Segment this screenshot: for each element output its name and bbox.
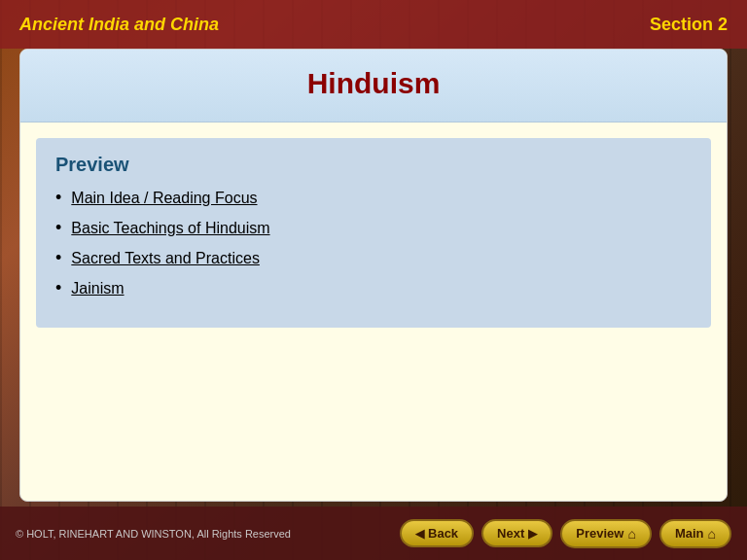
header-title: Ancient India and China <box>19 15 219 35</box>
list-item: Main Idea / Reading Focus <box>55 188 692 208</box>
next-label: Next <box>497 526 524 541</box>
back-label: Back <box>428 526 458 541</box>
preview-list: Main Idea / Reading Focus Basic Teaching… <box>55 188 692 298</box>
header-bar: Ancient India and China Section 2 <box>0 0 747 49</box>
sacred-texts-link[interactable]: Sacred Texts and Practices <box>71 250 260 267</box>
preview-label: Preview <box>55 154 692 176</box>
copyright-text: © HOLT, RINEHART AND WINSTON, All Rights… <box>16 528 291 540</box>
jainism-link[interactable]: Jainism <box>71 280 124 298</box>
next-button[interactable]: Next ▶ <box>481 519 552 547</box>
back-arrow-icon: ◀ <box>415 527 424 541</box>
home-icon: ⌂ <box>627 526 635 542</box>
preview-section: Preview Main Idea / Reading Focus Basic … <box>36 138 711 328</box>
main-content-area: Hinduism Preview Main Idea / Reading Foc… <box>19 49 728 502</box>
main-home-icon: ⌂ <box>708 526 716 542</box>
list-item: Basic Teachings of Hinduism <box>55 218 692 238</box>
nav-buttons: ◀ Back Next ▶ Preview ⌂ Main ⌂ <box>400 519 731 548</box>
preview-button[interactable]: Preview ⌂ <box>560 519 652 548</box>
list-item: Sacred Texts and Practices <box>55 248 692 268</box>
basic-teachings-link[interactable]: Basic Teachings of Hinduism <box>71 220 269 237</box>
main-button[interactable]: Main ⌂ <box>659 519 731 548</box>
next-arrow-icon: ▶ <box>528 527 537 541</box>
back-button[interactable]: ◀ Back <box>400 519 474 547</box>
slide-title: Hinduism <box>40 67 707 100</box>
preview-label: Preview <box>576 526 623 541</box>
footer-bar: © HOLT, RINEHART AND WINSTON, All Rights… <box>0 507 747 560</box>
slide-header: Hinduism <box>20 50 727 122</box>
header-section: Section 2 <box>650 15 728 35</box>
main-label: Main <box>675 526 704 541</box>
list-item: Jainism <box>55 278 692 298</box>
main-idea-link[interactable]: Main Idea / Reading Focus <box>71 190 257 207</box>
